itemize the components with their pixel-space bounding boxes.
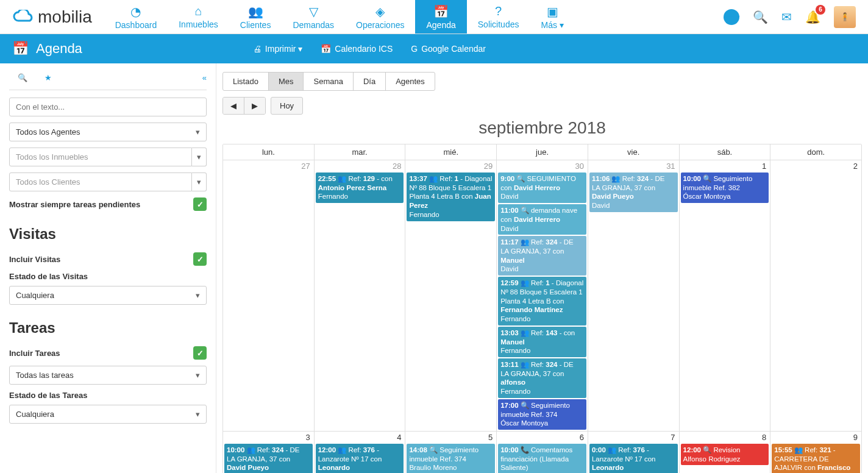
- nav-clientes[interactable]: 👥Clientes: [229, 0, 282, 34]
- day-cell[interactable]: 412:00 👥 Ref: 376 - Lanzarote Nº 17 con …: [315, 432, 406, 473]
- brand-logo: mobilia: [0, 7, 104, 27]
- event[interactable]: 12:59 👥 Ref: 1 - Diagonal Nº 88 Bloque 5…: [498, 277, 586, 325]
- event[interactable]: 13:37 👥 Ref: 1 - Diagonal Nº 88 Bloque 5…: [407, 172, 495, 221]
- calendar: lun.mar.mié.jue.vie.sáb.dom. 272822:55 👥…: [222, 144, 862, 473]
- top-nav: mobilia ◔Dashboard⌂Inmuebles👥Clientes▽De…: [0, 0, 868, 34]
- clients-caret[interactable]: ▾: [192, 172, 207, 191]
- day-cell[interactable]: 309:00 🔍 SEGUIMIENTO con David HerreroDa…: [497, 160, 588, 432]
- bell-icon[interactable]: 🔔6: [805, 10, 820, 24]
- view-tab-semana[interactable]: Semana: [304, 73, 353, 90]
- day-number: 4: [397, 433, 401, 442]
- day-number: 7: [671, 433, 675, 442]
- next-button[interactable]: ▶: [244, 98, 265, 114]
- clients-select[interactable]: Todos los Clientes: [9, 172, 192, 191]
- nav-solicitudes[interactable]: ?Solicitudes: [467, 0, 530, 34]
- event[interactable]: 10:00 🔍 Seguimiento inmueble Ref. 382Ósc…: [681, 172, 769, 203]
- search-icon[interactable]: 🔍: [753, 10, 768, 24]
- day-number: 27: [301, 162, 310, 171]
- page-title: 📅 Agenda: [12, 41, 82, 57]
- dow-header: jue.: [497, 144, 588, 160]
- pending-toggle[interactable]: ✓: [193, 197, 207, 211]
- event[interactable]: 10:00 📞 Comentamos financiación (Llamada…: [498, 444, 586, 473]
- day-cell[interactable]: 812:00 🔍 RevisionAlfonso Rodriguez: [680, 432, 771, 473]
- day-number: 2: [853, 162, 858, 171]
- gcal-button[interactable]: GGoogle Calendar: [411, 44, 486, 54]
- event[interactable]: 15:55 👥 Ref: 321 - CARRETERA DE AJALVIR …: [772, 444, 860, 473]
- state-tasks-select[interactable]: Cualquiera▾: [9, 405, 207, 424]
- day-number: 1: [762, 162, 766, 171]
- event[interactable]: 11:00 🔍 demanda nave con David HerreroDa…: [498, 204, 586, 235]
- visits-heading: Visitas: [9, 226, 207, 243]
- nav-dashboard[interactable]: ◔Dashboard: [104, 0, 168, 34]
- collapse-sidebar[interactable]: «: [202, 73, 207, 82]
- nav-agenda[interactable]: 📅Agenda: [415, 0, 466, 34]
- tasks-heading: Tareas: [9, 319, 207, 336]
- dow-header: dom.: [770, 144, 861, 160]
- add-button[interactable]: ＋▾: [724, 9, 739, 25]
- view-tab-listado[interactable]: Listado: [223, 73, 269, 90]
- ics-button[interactable]: 📅Calendario ICS: [321, 44, 393, 54]
- event[interactable]: 13:11 👥 Ref: 324 - DE LA GRANJA, 37 con …: [498, 358, 586, 398]
- state-visits-select[interactable]: Cualquiera▾: [9, 286, 207, 305]
- inc-tasks-toggle[interactable]: ✓: [193, 346, 207, 360]
- nav-demandas[interactable]: ▽Demandas: [282, 0, 345, 34]
- day-number: 29: [484, 162, 493, 171]
- user-avatar[interactable]: 🧍: [834, 6, 856, 28]
- day-cell[interactable]: 310:00 👥 Ref: 324 - DE LA GRANJA, 37 con…: [223, 432, 315, 473]
- day-number: 30: [575, 162, 583, 171]
- event[interactable]: 9:00 🔍 SEGUIMIENTO con David HerreroDavi…: [498, 172, 586, 203]
- day-number: 6: [580, 433, 584, 442]
- day-cell[interactable]: 3111:06 👥 Ref: 324 - DE LA GRANJA, 37 co…: [588, 160, 680, 432]
- event[interactable]: 17:00 🔍 Seguimiento inmueble Ref. 374Ósc…: [498, 399, 586, 430]
- mail-icon[interactable]: ✉: [781, 10, 792, 24]
- inc-tasks-label: Incluir Tareas: [9, 349, 60, 358]
- event[interactable]: 11:06 👥 Ref: 324 - DE LA GRANJA, 37 con …: [589, 172, 678, 212]
- props-caret[interactable]: ▾: [192, 148, 207, 166]
- nav-buttons: ◀ ▶: [222, 97, 266, 115]
- pending-label: Mostrar siempre tareas pendientes: [9, 200, 140, 209]
- event[interactable]: 12:00 🔍 RevisionAlfonso Rodriguez: [681, 444, 769, 465]
- event[interactable]: 11:17 👥 Ref: 324 - DE LA GRANJA, 37 con …: [498, 236, 586, 276]
- day-cell[interactable]: 2822:55 👥 Ref: 129 - con Antonio Perez S…: [315, 160, 406, 432]
- day-cell[interactable]: 110:00 🔍 Seguimiento inmueble Ref. 382Ós…: [680, 160, 771, 432]
- search-input[interactable]: [9, 98, 207, 116]
- agents-select[interactable]: Todos los Agentes▾: [9, 123, 207, 141]
- day-cell[interactable]: 610:00 📞 Comentamos financiación (Llamad…: [497, 432, 588, 473]
- event[interactable]: 12:00 👥 Ref: 376 - Lanzarote Nº 17 con L…: [316, 444, 404, 473]
- state-tasks-label: Estado de las Tareas: [9, 391, 207, 400]
- calendar-icon: 📅: [12, 41, 29, 57]
- dow-header: vie.: [588, 144, 680, 160]
- dow-header: mié.: [405, 144, 497, 160]
- event[interactable]: 0:00 👥 Ref: 376 - Lanzarote Nº 17 con Le…: [589, 444, 678, 473]
- filter-search-tab[interactable]: 🔍: [9, 71, 36, 85]
- filter-fav-tab[interactable]: ★: [36, 71, 60, 85]
- event[interactable]: 13:03 👥 Ref: 143 - con ManuelFernando: [498, 327, 586, 357]
- day-cell[interactable]: 27: [223, 160, 315, 432]
- prev-button[interactable]: ◀: [223, 98, 244, 114]
- props-select[interactable]: Todos los Inmuebles: [9, 148, 192, 166]
- day-cell[interactable]: 915:55 👥 Ref: 321 - CARRETERA DE AJALVIR…: [770, 432, 861, 473]
- day-cell[interactable]: 70:00 👥 Ref: 376 - Lanzarote Nº 17 con L…: [588, 432, 680, 473]
- event[interactable]: 10:00 👥 Ref: 324 - DE LA GRANJA, 37 con …: [224, 444, 313, 473]
- main-content: ListadoMesSemanaDíaAgentes ◀ ▶ Hoy septi…: [216, 63, 868, 473]
- view-tab-mes[interactable]: Mes: [269, 73, 304, 90]
- event[interactable]: 14:08 🔍 Seguimiento inmueble Ref. 374Bra…: [407, 444, 495, 473]
- day-cell[interactable]: 2: [770, 160, 861, 432]
- today-button[interactable]: Hoy: [271, 97, 303, 115]
- nav-operaciones[interactable]: ◈Operaciones: [345, 0, 415, 34]
- inc-visits-toggle[interactable]: ✓: [193, 252, 207, 266]
- view-tab-día[interactable]: Día: [354, 73, 386, 90]
- all-tasks-select[interactable]: Todas las tareas▾: [9, 366, 207, 385]
- sub-header: 📅 Agenda 🖨Imprimir ▾ 📅Calendario ICS GGo…: [0, 34, 868, 63]
- day-number: 9: [853, 433, 858, 442]
- dow-header: lun.: [223, 144, 315, 160]
- print-button[interactable]: 🖨Imprimir ▾: [253, 44, 302, 54]
- event[interactable]: 22:55 👥 Ref: 129 - con Antonio Perez Ser…: [316, 172, 404, 203]
- nav-items: ◔Dashboard⌂Inmuebles👥Clientes▽Demandas◈O…: [104, 0, 575, 34]
- view-tab-agentes[interactable]: Agentes: [386, 73, 435, 90]
- day-cell[interactable]: 514:08 🔍 Seguimiento inmueble Ref. 374Br…: [405, 432, 497, 473]
- nav-inmuebles[interactable]: ⌂Inmuebles: [168, 0, 229, 34]
- nav-right: ＋▾ 🔍 ✉ 🔔6 🧍: [724, 6, 868, 28]
- day-cell[interactable]: 2913:37 👥 Ref: 1 - Diagonal Nº 88 Bloque…: [405, 160, 497, 432]
- nav-más ▾[interactable]: ▣Más ▾: [530, 0, 574, 34]
